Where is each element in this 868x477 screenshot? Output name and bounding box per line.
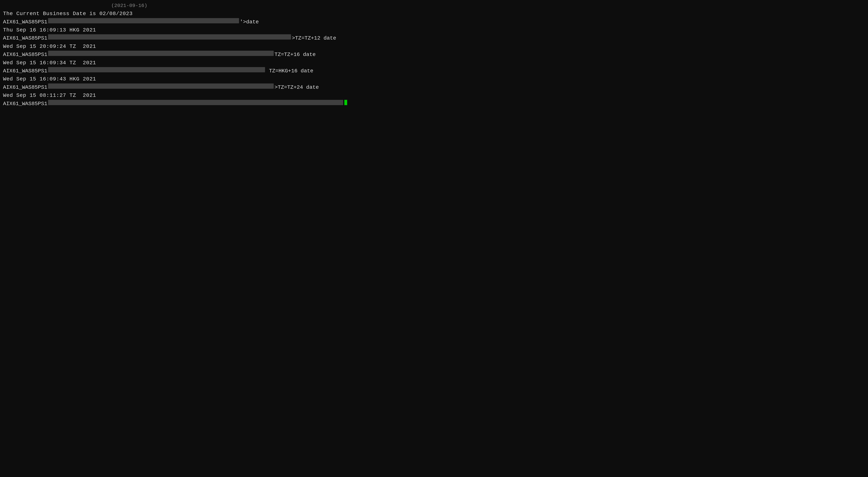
- redacted-path-4: [48, 67, 265, 72]
- prompt-line-1: AIX61_WAS85PS1 '>date: [3, 18, 865, 26]
- prompt-prefix-3: AIX61_WAS85PS1: [3, 51, 47, 59]
- date-text-2: Wed Sep 15 20:09:24 TZ 2021: [3, 42, 96, 51]
- prompt-line-2: AIX61_WAS85PS1 >TZ=TZ+12 date: [3, 34, 865, 42]
- business-date-line: The Current Business Date is 02/08/2023: [3, 10, 865, 18]
- redacted-path-6: [48, 100, 343, 105]
- date-output-4: Wed Sep 15 16:09:43 HKG 2021: [3, 75, 865, 83]
- terminal-window[interactable]: (2021-09-16) The Current Business Date i…: [0, 0, 868, 477]
- date-output-5: Wed Sep 15 08:11:27 TZ 2021: [3, 91, 865, 99]
- prompt-prefix-5: AIX61_WAS85PS1: [3, 83, 47, 91]
- prompt-prefix-4: AIX61_WAS85PS1: [3, 67, 47, 75]
- date-output-1: Thu Sep 16 16:09:13 HKG 2021: [3, 26, 865, 34]
- business-date-text: The Current Business Date is 02/08/2023: [3, 10, 133, 18]
- terminal-cursor: [344, 100, 347, 105]
- date-text-1: Thu Sep 16 16:09:13 HKG 2021: [3, 26, 96, 34]
- redacted-path-3: [48, 51, 274, 56]
- partial-line-text: (2021-09-16): [3, 2, 147, 10]
- date-output-3: Wed Sep 15 16:09:34 TZ 2021: [3, 59, 865, 67]
- redacted-path-1: [48, 18, 239, 23]
- partial-top-line: (2021-09-16): [3, 2, 865, 10]
- command-2: >TZ=TZ+12 date: [292, 34, 336, 42]
- command-3: TZ=TZ+16 date: [275, 51, 315, 59]
- date-text-4: Wed Sep 15 16:09:43 HKG 2021: [3, 75, 96, 83]
- prompt-line-6: AIX61_WAS85PS1: [3, 100, 865, 108]
- command-4: TZ=HKG+16 date: [266, 67, 313, 75]
- command-5: >TZ=TZ+24 date: [275, 83, 319, 91]
- prompt-prefix-2: AIX61_WAS85PS1: [3, 34, 47, 42]
- prompt-prefix-1: AIX61_WAS85PS1: [3, 18, 47, 26]
- command-1: '>date: [240, 18, 259, 26]
- prompt-prefix-6: AIX61_WAS85PS1: [3, 100, 47, 108]
- prompt-line-4: AIX61_WAS85PS1 TZ=HKG+16 date: [3, 67, 865, 75]
- date-text-5: Wed Sep 15 08:11:27 TZ 2021: [3, 91, 96, 99]
- redacted-path-5: [48, 84, 274, 89]
- date-text-3: Wed Sep 15 16:09:34 TZ 2021: [3, 59, 96, 67]
- redacted-path-2: [48, 34, 291, 39]
- prompt-line-5: AIX61_WAS85PS1 >TZ=TZ+24 date: [3, 83, 865, 91]
- date-output-2: Wed Sep 15 20:09:24 TZ 2021: [3, 42, 865, 51]
- prompt-line-3: AIX61_WAS85PS1 TZ=TZ+16 date: [3, 51, 865, 59]
